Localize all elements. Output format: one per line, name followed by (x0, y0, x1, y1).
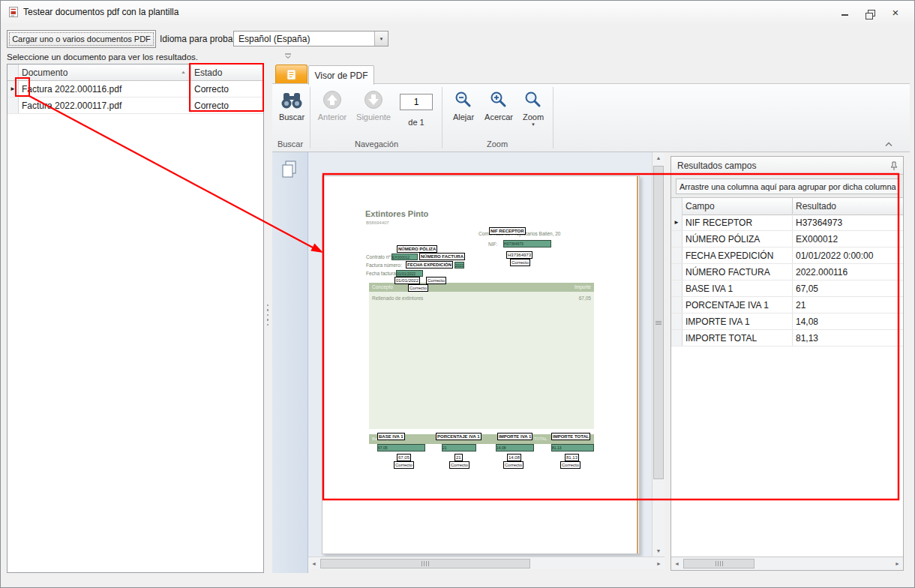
ribbon-collapse-button[interactable] (883, 140, 895, 148)
invoice-factura-label: Factura número: (366, 262, 402, 268)
pdf-page: Extintores Pinto B58694407 Comunidad de … (322, 176, 640, 554)
scroll-thumb-grip (715, 561, 724, 566)
invoice-col-importe: Importe (574, 283, 591, 292)
pin-button[interactable] (888, 160, 900, 172)
result-row[interactable]: IMPORTE TOTAL 81,13 (671, 330, 903, 346)
campo-cell[interactable]: NÚMERO FACTURA (682, 264, 793, 280)
pdf-vertical-scrollbar[interactable]: ▲ ▼ (652, 152, 664, 556)
minimize-button[interactable] (835, 5, 854, 19)
buscar-button[interactable]: Buscar (275, 86, 308, 138)
result-row[interactable]: NÚMERO FACTURA 2022.000116 (671, 264, 903, 280)
column-header-label: Resultado (796, 201, 836, 212)
scroll-up-button[interactable]: ▲ (652, 152, 664, 164)
acercar-button[interactable]: Acercar (481, 86, 517, 138)
page-number-input[interactable] (400, 94, 433, 110)
siguiente-button[interactable]: Siguiente (352, 86, 395, 138)
campo-cell[interactable]: PORCENTAJE IVA 1 (682, 297, 793, 313)
column-header-resultado[interactable]: Resultado (793, 198, 903, 214)
resultado-cell[interactable]: 67,05 (793, 280, 903, 296)
column-header-documento[interactable]: Documento ▲ (19, 64, 191, 80)
status-box: Correcto (560, 461, 580, 469)
scroll-left-button[interactable]: ◄ (671, 558, 682, 569)
alejar-button-label: Alejar (453, 112, 474, 122)
resultado-cell[interactable]: 14,08 (793, 314, 903, 329)
magnifier-icon (524, 87, 543, 112)
column-header-label: Documento (22, 68, 68, 78)
document-row[interactable]: Factura 2022.000117.pdf Correcto (8, 98, 263, 114)
zoom-dropdown-button[interactable]: Zoom ▼ (517, 86, 550, 138)
campo-cell[interactable]: FECHA EXPEDICIÓN (682, 248, 793, 263)
pdf-viewport[interactable]: Extintores Pinto B58694407 Comunidad de … (308, 152, 652, 556)
document-status-cell[interactable]: Correcto (191, 81, 263, 97)
resultado-cell[interactable]: 21 (793, 297, 903, 313)
value-box-fecha-expedicion: 01/01/2022 (394, 277, 420, 284)
pin-icon (889, 160, 899, 171)
highlight-nif-receptor: H37364973 (503, 240, 551, 248)
invoice-company-name: Extintores Pinto (365, 209, 428, 218)
row-indicator-cell (671, 248, 682, 263)
result-row[interactable]: FECHA EXPEDICIÓN 01/01/2022 0:00:00 (671, 248, 903, 264)
document-name-cell[interactable]: Factura 2022.000117.pdf (19, 98, 191, 113)
load-documents-button[interactable]: Cargar uno o varios documentos PDF (7, 30, 156, 48)
campo-cell[interactable]: IMPORTE IVA 1 (682, 314, 793, 329)
field-box-numero-poliza: NÚMERO PÓLIZA (397, 245, 437, 253)
group-by-panel[interactable]: Arrastre una columna aquí para agrupar p… (671, 175, 903, 198)
close-button[interactable]: × (886, 5, 905, 19)
scroll-left-button[interactable]: ◄ (308, 558, 320, 569)
scroll-right-icon: ► (895, 561, 900, 566)
horizontal-scroll-thumb[interactable] (683, 559, 754, 568)
resultado-cell[interactable]: 01/01/2022 0:00:00 (793, 248, 903, 263)
result-row[interactable]: ► NIF RECEPTOR H37364973 (671, 214, 903, 231)
result-row[interactable]: IMPORTE IVA 1 14,08 (671, 314, 903, 330)
buscar-button-label: Buscar (279, 112, 304, 122)
resultado-cell[interactable]: EX000012 (793, 231, 903, 247)
invoice-company-id: B58694407 (366, 220, 389, 225)
language-combobox[interactable]: Español (España) ▼ (233, 31, 388, 46)
result-row[interactable]: BASE IVA 1 67,05 (671, 280, 903, 297)
pdf-horizontal-scrollbar[interactable]: ◄ ► (308, 556, 664, 569)
splitter-grip[interactable] (266, 301, 270, 329)
invoice-contrato-label: Contrato nº: (366, 254, 392, 260)
resultado-cell[interactable]: H37364973 (793, 214, 903, 230)
tab-visor-de-pdf[interactable]: Visor de PDF (308, 65, 374, 85)
combobox-dropdown-button[interactable]: ▼ (374, 32, 388, 46)
result-row[interactable]: NÚMERO PÓLIZA EX000012 (671, 231, 903, 248)
group-separator (553, 87, 554, 148)
status-box: Correcto (449, 461, 470, 469)
restore-button[interactable] (860, 5, 880, 19)
column-header-campo[interactable]: Campo (682, 198, 793, 214)
zoom-button-label: Zoom (523, 112, 544, 122)
value-box-nif-receptor: H37364973 (506, 251, 532, 259)
column-header-estado[interactable]: Estado (191, 64, 263, 80)
application-menu-button[interactable] (275, 64, 308, 84)
vertical-scroll-thumb[interactable] (653, 166, 664, 479)
scroll-right-button[interactable]: ► (653, 558, 664, 569)
alejar-button[interactable]: Alejar (446, 86, 481, 138)
results-panel-title: Resultados campos (677, 160, 756, 171)
resultado-cell[interactable]: 81,13 (793, 330, 903, 346)
group-separator (310, 87, 310, 148)
resultado-cell[interactable]: 2022.000116 (793, 264, 903, 280)
document-name-cell[interactable]: Factura 2022.000116.pdf (19, 81, 191, 97)
document-status-cell[interactable]: Correcto (191, 98, 263, 113)
result-row[interactable]: PORCENTAJE IVA 1 21 (671, 297, 903, 314)
group-label-buscar: Buscar (272, 140, 308, 150)
scroll-down-button[interactable]: ▼ (652, 545, 664, 556)
documents-grid: Documento ▲ Estado ► Factura 2022.000116… (7, 64, 264, 573)
horizontal-scroll-thumb[interactable] (320, 559, 530, 568)
campo-cell[interactable]: IMPORTE TOTAL (682, 330, 793, 346)
row-indicator-cell (671, 314, 682, 329)
campo-cell[interactable]: NIF RECEPTOR (682, 214, 793, 230)
campo-cell[interactable]: BASE IVA 1 (682, 280, 793, 296)
thumbnails-button[interactable] (280, 160, 299, 182)
results-horizontal-scrollbar[interactable]: ◄ ► (671, 556, 903, 570)
scroll-right-button[interactable]: ► (892, 558, 903, 569)
row-indicator-cell (671, 297, 682, 313)
invoice-table-body: Rellenado de extintores 67,05 (369, 292, 594, 429)
campo-cell[interactable]: NÚMERO PÓLIZA (682, 231, 793, 247)
highlight-numero-poliza: EX000012 (392, 254, 418, 260)
anterior-button[interactable]: Anterior (313, 86, 352, 138)
quick-access-toolbar-button[interactable] (280, 50, 296, 62)
value-box-base-iva: 67,05 (397, 454, 411, 461)
document-row[interactable]: ► Factura 2022.000116.pdf Correcto (8, 81, 263, 98)
